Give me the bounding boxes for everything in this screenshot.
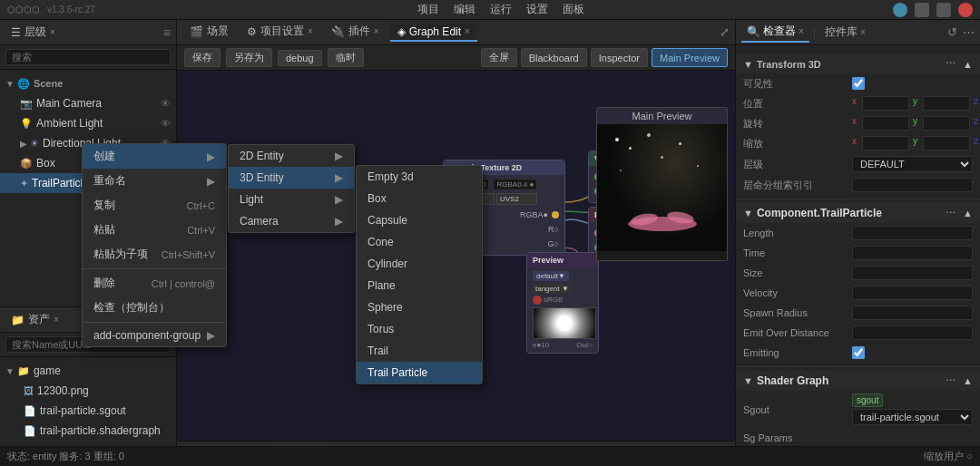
refresh-icon[interactable]: ↺: [947, 25, 957, 39]
layer-select[interactable]: DEFAULT: [852, 156, 973, 172]
more-icon[interactable]: ⋯: [963, 25, 975, 39]
preview-tab-default[interactable]: default▼: [533, 271, 569, 281]
tab-project-settings[interactable]: ⚙ 项目设置 ×: [240, 22, 320, 43]
spawn-radius-input[interactable]: 0.1: [852, 306, 973, 320]
ctx-paste[interactable]: 粘贴 Ctrl+V: [83, 218, 226, 242]
tp-dots[interactable]: ⋯: [946, 208, 956, 219]
expand-icon[interactable]: ⤢: [720, 25, 730, 39]
menu-edit[interactable]: 编辑: [454, 2, 475, 17]
entity-torus[interactable]: Torus: [357, 318, 482, 340]
velocity-input[interactable]: 10: [852, 286, 973, 300]
temp-button[interactable]: 临时: [328, 48, 364, 67]
ctx-add-component[interactable]: add-component-group ▶: [83, 325, 226, 346]
transform-header[interactable]: ▼ Transform 3D ⋯ ▲: [736, 54, 980, 73]
entity-plane[interactable]: Plane: [357, 275, 482, 296]
position-x[interactable]: 117.67: [862, 96, 909, 111]
sub-light[interactable]: Light ▶: [229, 189, 354, 210]
eye-icon-1[interactable]: 👁: [161, 118, 171, 129]
entity-cylinder[interactable]: Cylinder: [357, 253, 482, 275]
components-close[interactable]: ×: [860, 27, 866, 37]
main-preview-button[interactable]: Main Preview: [652, 48, 728, 67]
size-input[interactable]: 1: [852, 266, 973, 280]
save-as-button[interactable]: 另存为: [226, 48, 272, 67]
entity-trail-particle[interactable]: Trail Particle: [357, 362, 482, 383]
user-icon[interactable]: [958, 3, 973, 17]
ctx-paste-child[interactable]: 粘贴为子项 Ctrl+Shift+V: [83, 242, 226, 267]
sub-2d-entity[interactable]: 2D Entity ▶: [229, 145, 354, 167]
tree-item-sgout[interactable]: 📄 trail-particle.sgout: [0, 401, 176, 421]
shader-graph-header[interactable]: ▼ Shader Graph ⋯ ▲: [736, 371, 980, 391]
tab-graph-edit[interactable]: ◈ Graph Edit ×: [390, 24, 477, 42]
chat-icon[interactable]: [915, 3, 929, 17]
sgout-select[interactable]: trail-particle.sgout: [852, 409, 973, 425]
menu-settings[interactable]: 设置: [526, 2, 548, 17]
entity-sphere[interactable]: Sphere: [357, 296, 482, 318]
tree-item-main-camera[interactable]: 📷 Main Camera 👁: [0, 93, 176, 113]
graph-node-preview[interactable]: Preview default▼ tangent ▼ sRGB: [526, 252, 599, 354]
transform-dots[interactable]: ⋯: [946, 58, 956, 70]
panel-menu-icon[interactable]: ≡: [163, 25, 171, 40]
tree-item-ambient-light[interactable]: 💡 Ambient Light 👁: [0, 113, 176, 133]
ctx-copy[interactable]: 复制 Ctrl+C: [83, 193, 226, 218]
sg-collapse[interactable]: ▲: [963, 375, 973, 386]
rotation-y[interactable]: 0: [923, 116, 970, 131]
time-input[interactable]: 0.5: [852, 246, 973, 260]
scale-x[interactable]: 1: [862, 136, 909, 150]
entity-capsule[interactable]: Capsule: [357, 209, 482, 231]
scene-header[interactable]: ▼ 🌐 Scene: [0, 73, 176, 93]
rotation-x[interactable]: 0: [862, 116, 909, 131]
emit-over-dist-input[interactable]: 0.5: [852, 325, 973, 340]
debug-button[interactable]: debug: [278, 50, 322, 66]
menu-panel[interactable]: 面板: [563, 2, 584, 17]
menu-project[interactable]: 项目: [417, 2, 439, 17]
hierarchy-tab[interactable]: ☰ 层级 ×: [5, 23, 61, 42]
tree-item-12300[interactable]: 🖼 12300.png: [0, 381, 176, 401]
trail-particle-header[interactable]: ▼ Component.TrailParticle ⋯ ▲: [736, 203, 980, 223]
sample-uvs2[interactable]: UVS2: [496, 193, 537, 205]
components-tab[interactable]: 控件库 ×: [819, 23, 871, 42]
assets-close[interactable]: ×: [54, 315, 59, 325]
entity-empty3d[interactable]: Empty 3d: [357, 166, 482, 188]
search-input[interactable]: [5, 49, 171, 65]
inspector-close[interactable]: ×: [799, 26, 804, 36]
tree-item-game[interactable]: ▼ 📁 game: [0, 361, 176, 381]
inspector-tab[interactable]: 🔍 检查器 ×: [741, 22, 809, 43]
sub-3d-entity[interactable]: 3D Entity ▶: [229, 167, 354, 189]
ctx-rename[interactable]: 重命名 ▶: [83, 169, 226, 193]
tab-scene[interactable]: 🎬 场景: [182, 22, 236, 43]
collapse-icon[interactable]: ▲: [963, 59, 973, 70]
emitting-checkbox[interactable]: [852, 346, 865, 359]
position-y[interactable]: -17.92: [923, 96, 970, 111]
spawn-radius-row: Spawn Radius 0.1: [736, 303, 980, 323]
ctx-create[interactable]: 创建 ▶: [83, 144, 226, 169]
tree-item-shadergraph[interactable]: 📄 trail-particle.shadergraph: [0, 421, 176, 441]
entity-trail[interactable]: Trail: [357, 340, 482, 362]
help-icon[interactable]: [893, 3, 907, 17]
scale-y[interactable]: 1: [923, 136, 970, 150]
menu-run[interactable]: 运行: [490, 2, 512, 17]
tp-collapse[interactable]: ▲: [963, 208, 973, 218]
notifications-icon[interactable]: [936, 3, 951, 17]
length-value: 256: [852, 226, 973, 240]
ctx-delete[interactable]: 删除 Ctrl | control@: [83, 271, 226, 296]
length-input[interactable]: 256: [852, 226, 973, 240]
fullscreen-button[interactable]: 全屏: [481, 48, 517, 67]
visibility-checkbox[interactable]: [852, 77, 865, 90]
save-button[interactable]: 保存: [184, 48, 220, 67]
tab-plugin[interactable]: 🔌 插件 ×: [324, 22, 387, 43]
sub-camera[interactable]: Camera ▶: [229, 210, 354, 232]
settings-tab-close[interactable]: ×: [308, 26, 313, 36]
ctx-inspect[interactable]: 检查（控制台）: [83, 296, 226, 320]
sg-dots[interactable]: ⋯: [946, 375, 956, 387]
tangent-btn[interactable]: tangent ▼: [533, 284, 572, 294]
plugin-tab-close[interactable]: ×: [374, 26, 379, 36]
entity-box[interactable]: Box: [357, 188, 482, 209]
assets-tab[interactable]: 📁 资产 ×: [5, 310, 64, 329]
graph-tab-close[interactable]: ×: [465, 26, 470, 36]
hierarchy-close[interactable]: ×: [50, 27, 55, 37]
entity-cone[interactable]: Cone: [357, 231, 482, 253]
blackboard-button[interactable]: Blackboard: [521, 48, 587, 67]
layer-index-input[interactable]: 0: [852, 178, 973, 192]
eye-icon-0[interactable]: 👁: [161, 98, 171, 109]
inspector-button[interactable]: Inspector: [591, 48, 648, 67]
